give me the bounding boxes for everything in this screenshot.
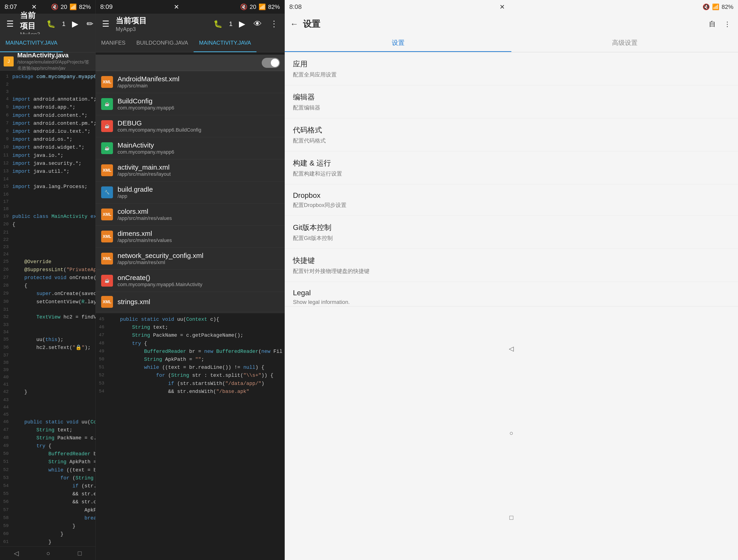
code-line: 11import java.io.*; <box>0 152 95 159</box>
code-line: 30 setContentView(R.layout.activity_main… <box>0 298 95 306</box>
code-line: 3 <box>0 88 95 95</box>
file-list-name: onCreate() <box>117 274 279 282</box>
panel2-tab-buildconfig[interactable]: BUILDCONFIG.JAVA <box>131 34 194 52</box>
settings-item-desc: 配置构建和运行设置 <box>293 170 730 177</box>
settings-item-editor[interactable]: 编辑器 配置编辑器 <box>285 85 738 118</box>
file-list-text: DEBUG com.mycompany.myapp6.BuildConfig <box>117 119 279 133</box>
panel1-tabs: MAINACTIVITY.JAVA <box>0 34 95 52</box>
panel1-status-time: 8:07 <box>5 3 17 10</box>
file-list-item[interactable]: XML activity_main.xml /app/src/main/res/… <box>96 159 285 181</box>
file-icon-gradle: 🔧 <box>101 186 113 198</box>
settings-item-build-run[interactable]: 构建 & 运行 配置构建和运行设置 <box>285 151 738 184</box>
panel2-more-icon[interactable]: ⋮ <box>268 17 280 30</box>
panel3-nav-home[interactable]: ○ <box>503 428 520 439</box>
panel2-project-name: 当前项目 <box>116 15 207 26</box>
code-line: 10import android.widget.*; <box>0 143 95 151</box>
code-line: 31 <box>0 306 95 313</box>
panel3-nav-recents[interactable]: □ <box>503 512 520 523</box>
panel1-toolbar-title: 当前项目 MyApp3 <box>20 10 40 38</box>
code-line: 35 uu(this); <box>0 336 95 344</box>
code-line: 7import android.content.pm.*; <box>0 119 95 127</box>
code-line: 53 for (String str : text.split("\\s+"))… <box>0 474 95 482</box>
code-line: 51 String ApkPath = ""; <box>0 458 95 466</box>
file-list-item[interactable]: ☕ onCreate() com.mycompany.myapp6.MainAc… <box>96 270 285 292</box>
file-list-item[interactable]: XML strings.xml <box>96 292 285 312</box>
panel1-nav-home[interactable]: ○ <box>40 548 57 559</box>
file-list-text: BuildConfig com.mycompany.myapp6 <box>117 97 279 111</box>
file-list-item[interactable]: ☕ BuildConfig com.mycompany.myapp6 <box>96 93 285 115</box>
panel3-auto-icon[interactable]: 自 <box>707 18 718 30</box>
file-icon-xml: XML <box>101 76 113 88</box>
file-list-path: com.mycompany.myapp6.BuildConfig <box>117 127 279 133</box>
panel3-settings: 8:08 ✕ 🔇 📶 82% ← 设置 自 ⋮ 设置 高级设置 应用 配置全局应… <box>285 0 738 560</box>
code-line: 22 <box>0 236 95 243</box>
code-line: 32 TextView hc2 = findViewById(R.id.hc2)… <box>0 313 95 321</box>
panel1-file-icon: J <box>4 56 14 66</box>
panel3-nav-back[interactable]: ◁ <box>502 343 521 354</box>
code-line: 36 hc2.setText("🔒"); <box>0 344 95 352</box>
code-line: 53 if (str.startsWith("/data/app/") <box>96 380 285 388</box>
code-line: 48 String PackName = c.getPackageName(); <box>0 434 95 442</box>
code-line: 42 } <box>0 388 95 396</box>
panel2-code-below-overlay[interactable]: 45 public static void uu(Context c){ 46 … <box>96 313 285 560</box>
panel1-bug-icon[interactable]: 🐛 <box>45 18 57 30</box>
settings-item-shortcuts[interactable]: 快捷键 配置针对外接物理键盘的快捷键 <box>285 249 738 282</box>
panel1-project-name: 当前项目 <box>20 10 40 31</box>
code-line: 2 <box>0 81 95 88</box>
file-list-item[interactable]: ☕ MainActivity com.mycompany.myapp6 <box>96 137 285 159</box>
panel1-code-area[interactable]: 1package com.mycompany.myapp6; 2 3 4impo… <box>0 71 95 546</box>
panel2-run-icon[interactable]: ▶ <box>237 17 247 30</box>
panel3-more-icon[interactable]: ⋮ <box>722 18 733 30</box>
panel2-tabs: MANIFES BUILDCONFIG.JAVA MAINACTIVITY.JA… <box>96 34 285 52</box>
panel2-toggle[interactable] <box>262 58 280 68</box>
panel2-toolbar: ☰ 当前项目 MyApp3 🐛 1 ▶ 👁 ⋮ <box>96 14 285 34</box>
panel1-nav-recents[interactable]: □ <box>71 548 89 559</box>
panel2-tab-manifest[interactable]: MANIFES <box>96 34 131 52</box>
panel1-tab-mainactivity[interactable]: MAINACTIVITY.JAVA <box>0 34 63 52</box>
code-line: 9import android.os.*; <box>0 135 95 143</box>
panel2-tab-mainactivity[interactable]: MAINACTIVITY.JAVA <box>194 34 257 52</box>
code-line: 54 if (str.startsWith("/data/app/") <box>0 482 95 490</box>
file-icon-java-red: ☕ <box>101 120 113 132</box>
panel3-back-button[interactable]: ← <box>290 19 298 29</box>
code-line: 57 ApkPath = str; <box>0 506 95 514</box>
panel2-bug-icon[interactable]: 🐛 <box>212 18 224 30</box>
panel1-edit-icon[interactable]: ✏ <box>85 17 95 30</box>
panel3-status-bar: 8:08 ✕ 🔇 📶 82% <box>285 0 738 14</box>
code-line: 58 break; <box>0 514 95 522</box>
panel2-status-close[interactable]: ✕ <box>174 3 179 11</box>
panel2-eye-icon[interactable]: 👁 <box>252 17 264 30</box>
panel1-file-name: MainActivity.java <box>17 52 92 59</box>
panel1-run-icon[interactable]: ▶ <box>70 17 80 30</box>
settings-item-git[interactable]: Git版本控制 配置Git版本控制 <box>285 216 738 249</box>
file-list-item[interactable]: XML network_security_config.xml /app/src… <box>96 248 285 270</box>
file-list-item[interactable]: XML colors.xml /app/src/main/res/values <box>96 203 285 225</box>
settings-item-desc: 配置Dropbox同步设置 <box>293 201 730 209</box>
code-line: 47 String text; <box>0 426 95 434</box>
file-list-item[interactable]: XML AndroidManifest.xml /app/src/main <box>96 71 285 93</box>
settings-item-desc: 配置针对外接物理键盘的快捷键 <box>293 267 730 275</box>
panel3-tab-settings[interactable]: 设置 <box>285 34 511 52</box>
settings-item-app[interactable]: 应用 配置全局应用设置 <box>285 52 738 85</box>
file-list-item[interactable]: XML dimens.xml /app/src/main/res/values <box>96 225 285 248</box>
panel1-status-close[interactable]: ✕ <box>31 3 37 11</box>
code-line: 8import android.icu.text.*; <box>0 127 95 135</box>
panel3-tab-advanced[interactable]: 高级设置 <box>511 34 738 52</box>
file-list-item[interactable]: 🔧 build.gradle /app <box>96 181 285 203</box>
panel3-status-icons: 🔇 📶 82% <box>702 3 733 10</box>
panel1-menu-icon[interactable]: ☰ <box>5 17 15 30</box>
file-list-item[interactable]: ☕ DEBUG com.mycompany.myapp6.BuildConfig <box>96 115 285 137</box>
panel1-bug-count: 1 <box>62 20 66 28</box>
file-list-name: colors.xml <box>117 207 279 215</box>
settings-item-desc: 配置编辑器 <box>293 104 730 111</box>
settings-item-code-format[interactable]: 代码格式 配置代码格式 <box>285 118 738 151</box>
panel2-menu-icon[interactable]: ☰ <box>100 17 111 30</box>
settings-item-legal[interactable]: Legal Show legal information. <box>285 282 738 306</box>
panel3-status-close[interactable]: ✕ <box>499 3 505 11</box>
code-line: 14 <box>0 175 95 183</box>
code-line: 23 <box>0 243 95 250</box>
panel1-nav-back[interactable]: ◁ <box>7 548 26 559</box>
code-line: 18 <box>0 205 95 212</box>
settings-item-dropbox[interactable]: Dropbox 配置Dropbox同步设置 <box>285 184 738 216</box>
file-icon-xml: XML <box>101 296 113 308</box>
